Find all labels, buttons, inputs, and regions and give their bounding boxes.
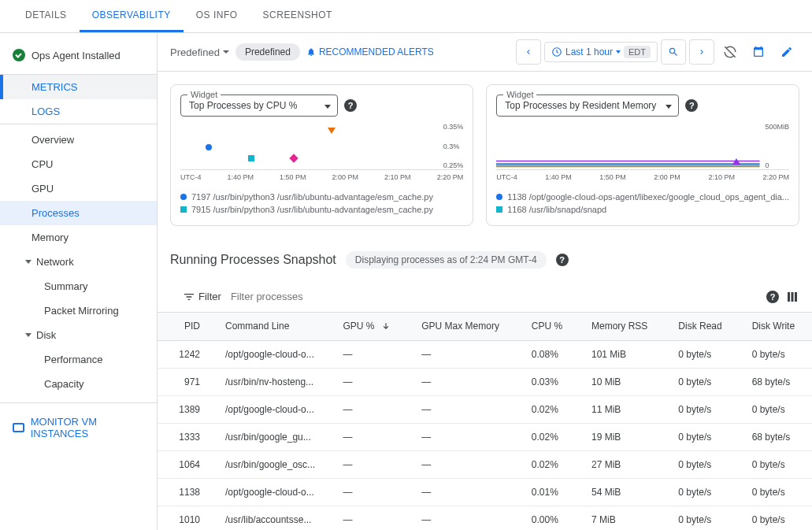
col-gpu-mem[interactable]: GPU Max Memory [409, 313, 519, 340]
columns-icon[interactable] [785, 290, 799, 304]
nav-memory[interactable]: Memory [0, 225, 157, 250]
cpu-widget-selector[interactable]: Widget Top Processes by CPU % [180, 95, 338, 117]
tab-observability[interactable]: OBSERVABILITY [80, 0, 184, 32]
nav-disk[interactable]: Disk [0, 323, 157, 347]
cell-rss: 7 MiB [579, 506, 666, 530]
table-row[interactable]: 1138 /opt/google-cloud-o... — — 0.01% 54… [158, 478, 812, 506]
timezone-chip: EDT [624, 46, 651, 58]
col-mem-rss[interactable]: Memory RSS [579, 313, 666, 340]
legend-item[interactable]: 7197 /usr/bin/python3 /usr/lib/ubuntu-ad… [180, 191, 463, 203]
calendar-button[interactable] [746, 39, 771, 65]
time-range-selector[interactable]: Last 1 hour EDT [544, 42, 658, 62]
auto-refresh-toggle[interactable] [717, 39, 743, 65]
nav-gpu[interactable]: GPU [0, 176, 157, 201]
cell-cpu: 0.03% [519, 368, 579, 395]
cell-gmem: — [409, 506, 519, 530]
chevron-right-icon [697, 47, 706, 57]
help-icon[interactable]: ? [766, 291, 779, 303]
table-row[interactable]: 1064 /usr/bin/google_osc... — — 0.02% 27… [158, 450, 812, 478]
memory-widget-selector[interactable]: Widget Top Processes by Resident Memory [496, 95, 679, 117]
tab-osinfo[interactable]: OS INFO [184, 0, 250, 32]
widget-label: Widget [503, 90, 536, 99]
cpu-chart[interactable]: 0.35% 0.3% 0.25% [180, 123, 463, 170]
nav-capacity[interactable]: Capacity [0, 372, 157, 396]
nav-performance[interactable]: Performance [0, 347, 157, 372]
timestamp-chip: Displaying processes as of 2:24 PM GMT-4 [346, 251, 547, 269]
nav-processes[interactable]: Processes [0, 201, 157, 225]
cell-pid: 1138 [158, 478, 213, 506]
table-row[interactable]: 971 /usr/bin/nv-hosteng... — — 0.03% 10 … [158, 368, 812, 395]
cell-dw: 68 byte/s [740, 423, 812, 450]
col-pid[interactable]: PID [158, 313, 213, 340]
time-next-button[interactable] [689, 39, 714, 65]
tab-screenshot[interactable]: SCREENSHOT [250, 0, 345, 32]
table-row[interactable]: 1010 /usr/lib/accountsse... — — 0.00% 7 … [158, 506, 812, 530]
data-point [328, 128, 336, 134]
legend-swatch [180, 194, 187, 200]
cell-gmem: — [409, 478, 519, 506]
cell-gpu: — [331, 478, 410, 506]
help-icon[interactable]: ? [556, 254, 569, 266]
nav-disk-label: Disk [36, 329, 56, 341]
nav-summary[interactable]: Summary [0, 274, 157, 298]
cell-pid: 1242 [158, 340, 213, 368]
cell-cpu: 0.02% [519, 450, 579, 478]
memory-chart[interactable]: 500MiB 0 [496, 123, 789, 170]
cell-cmd: /usr/bin/nv-hosteng... [213, 368, 331, 395]
col-disk-write[interactable]: Disk Write [740, 313, 812, 340]
table-header-row: PID Command Line GPU % GPU Max Memory CP… [158, 313, 812, 340]
col-cmd[interactable]: Command Line [213, 313, 331, 340]
cell-cpu: 0.08% [519, 340, 579, 368]
legend-swatch [180, 206, 187, 213]
pencil-icon [780, 46, 793, 58]
cpu-widget-title: Top Processes by CPU % [189, 100, 297, 111]
table-row[interactable]: 1242 /opt/google-cloud-o... — — 0.08% 10… [158, 340, 812, 368]
filter-input[interactable] [228, 287, 760, 306]
nav-metrics[interactable]: METRICS [0, 75, 157, 99]
recommended-alerts-button[interactable]: RECOMMENDED ALERTS [306, 46, 434, 57]
widget-label: Widget [187, 90, 221, 99]
cell-rss: 101 MiB [579, 340, 666, 368]
recommended-alerts-label: RECOMMENDED ALERTS [319, 46, 434, 57]
predefined-chip: Predefined [235, 43, 300, 61]
nav-network[interactable]: Network [0, 250, 157, 274]
edit-button[interactable] [774, 39, 799, 65]
legend-item[interactable]: 1138 /opt/google-cloud-ops-agent/libexec… [496, 191, 789, 203]
col-disk-read[interactable]: Disk Read [666, 313, 739, 340]
monitor-icon [13, 423, 24, 432]
cell-rss: 11 MiB [579, 395, 666, 423]
clock-icon [551, 46, 562, 57]
monitor-vm-instances-link[interactable]: MONITOR VM INSTANCES [0, 402, 157, 452]
table-row[interactable]: 1333 /usr/bin/google_gu... — — 0.02% 19 … [158, 423, 812, 450]
nav-overview[interactable]: Overview [0, 128, 157, 152]
legend-swatch [496, 206, 502, 213]
data-point [248, 155, 254, 161]
nav-cpu[interactable]: CPU [0, 152, 157, 176]
legend-item[interactable]: 1168 /usr/lib/snapd/snapd [496, 203, 789, 216]
cell-dw: 68 byte/s [740, 368, 812, 395]
bell-icon [306, 47, 316, 57]
cell-gpu: — [331, 450, 410, 478]
cell-rss: 19 MiB [579, 423, 666, 450]
search-button[interactable] [661, 39, 686, 65]
nav-logs[interactable]: LOGS [0, 99, 157, 124]
help-icon[interactable]: ? [685, 99, 698, 112]
col-cpu-pct[interactable]: CPU % [519, 313, 579, 340]
cell-cmd: /opt/google-cloud-o... [213, 478, 331, 506]
legend-label: 1168 /usr/lib/snapd/snapd [507, 205, 606, 214]
table-row[interactable]: 1389 /opt/google-cloud-o... — — 0.02% 11… [158, 395, 812, 423]
memory-legend: 1138 /opt/google-cloud-ops-agent/libexec… [496, 184, 789, 216]
cell-gmem: — [409, 340, 519, 368]
help-icon[interactable]: ? [344, 99, 357, 112]
time-prev-button[interactable] [516, 39, 541, 65]
legend-item[interactable]: 7915 /usr/bin/python3 /usr/lib/ubuntu-ad… [180, 203, 463, 216]
nav-packet-mirroring[interactable]: Packet Mirroring [0, 298, 157, 323]
cell-dw: 0 byte/s [740, 340, 812, 368]
tab-details[interactable]: DETAILS [13, 0, 80, 32]
cell-gpu: — [331, 368, 410, 395]
col-gpu-pct[interactable]: GPU % [331, 313, 410, 340]
cell-gmem: — [409, 423, 519, 450]
dashboard-type-dropdown[interactable]: Predefined [170, 46, 229, 58]
cell-dr: 0 byte/s [666, 340, 739, 368]
x-axis-labels: UTC-4 1:40 PM 1:50 PM 2:00 PM 2:10 PM 2:… [496, 170, 789, 184]
